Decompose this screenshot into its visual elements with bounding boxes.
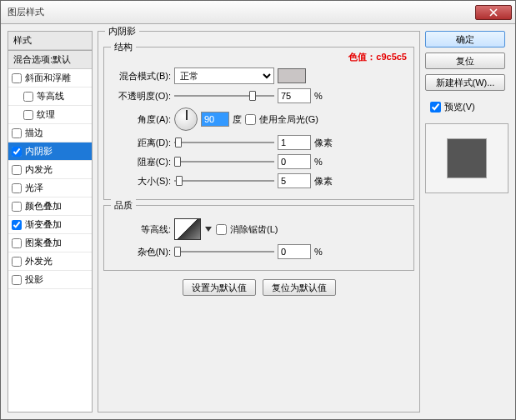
inner-shadow-panel: 内阴影 结构 色值：c9c5c5 混合模式(B): 正常 不透明度 bbox=[98, 31, 420, 412]
contour-dropdown-icon[interactable] bbox=[204, 227, 213, 232]
sidebar-checkbox-8[interactable] bbox=[12, 220, 22, 230]
color-swatch[interactable] bbox=[278, 68, 306, 83]
distance-slider[interactable] bbox=[174, 137, 274, 148]
sidebar-item-label: 等高线 bbox=[37, 90, 64, 102]
sidebar-checkbox-7[interactable] bbox=[12, 202, 22, 212]
main-area: 内阴影 结构 色值：c9c5c5 混合模式(B): 正常 不透明度 bbox=[98, 31, 508, 412]
noise-label: 杂色(N): bbox=[111, 246, 171, 258]
sidebar-item-7[interactable]: 颜色叠加 bbox=[8, 198, 92, 216]
reset-default-button[interactable]: 复位为默认值 bbox=[263, 279, 336, 296]
sidebar-item-3[interactable]: 描边 bbox=[8, 124, 92, 142]
global-light-label: 使用全局光(G) bbox=[259, 113, 318, 126]
sidebar-item-label: 投影 bbox=[25, 273, 43, 286]
close-icon bbox=[489, 8, 498, 17]
opacity-input[interactable] bbox=[278, 88, 311, 103]
opacity-label: 不透明度(O): bbox=[111, 90, 171, 102]
preview-swatch bbox=[447, 138, 487, 178]
color-annotation: 色值：c9c5c5 bbox=[348, 52, 407, 62]
opacity-unit: % bbox=[314, 91, 336, 101]
noise-input[interactable] bbox=[278, 244, 311, 259]
sidebar-checkbox-1[interactable] bbox=[23, 92, 33, 102]
content: 样式 混合选项:默认 斜面和浮雕等高线纹理描边内阴影内发光光泽颜色叠加渐变叠加图… bbox=[1, 24, 515, 419]
angle-input[interactable] bbox=[201, 112, 229, 127]
contour-label: 等高线: bbox=[111, 223, 171, 236]
distance-input[interactable] bbox=[278, 135, 311, 150]
sidebar-item-label: 内阴影 bbox=[25, 145, 53, 158]
sidebar-checkbox-10[interactable] bbox=[12, 257, 22, 267]
antialias-checkbox[interactable] bbox=[216, 224, 227, 235]
contour-swatch[interactable] bbox=[174, 218, 201, 240]
new-style-button[interactable]: 新建样式(W)... bbox=[425, 74, 505, 91]
sidebar-checkbox-11[interactable] bbox=[12, 275, 22, 285]
sidebar-item-label: 颜色叠加 bbox=[25, 200, 62, 212]
titlebar: 图层样式 bbox=[1, 1, 515, 24]
sidebar-heading-blend[interactable]: 混合选项:默认 bbox=[8, 50, 92, 69]
sidebar-item-label: 斜面和浮雕 bbox=[25, 72, 71, 84]
size-label: 大小(S): bbox=[111, 175, 171, 188]
sidebar-checkbox-2[interactable] bbox=[23, 110, 33, 120]
sidebar-item-label: 图案叠加 bbox=[25, 237, 62, 249]
sidebar-item-label: 纹理 bbox=[37, 108, 55, 121]
close-button[interactable] bbox=[475, 5, 512, 20]
sidebar-item-4[interactable]: 内阴影 bbox=[8, 142, 92, 161]
preview-checkbox[interactable] bbox=[430, 102, 441, 112]
quality-fieldset: 品质 等高线: 消除锯齿(L) 杂色(N): % bbox=[103, 205, 414, 271]
sidebar-heading-styles[interactable]: 样式 bbox=[8, 31, 92, 50]
quality-legend: 品质 bbox=[111, 199, 136, 212]
panel-title: 内阴影 bbox=[105, 25, 139, 38]
right-column: 确定 复位 新建样式(W)... 预览(V) bbox=[425, 31, 508, 412]
blend-mode-select[interactable]: 正常 bbox=[174, 68, 274, 84]
sidebar-checkbox-5[interactable] bbox=[12, 165, 22, 175]
size-input[interactable] bbox=[278, 173, 311, 188]
angle-label: 角度(A): bbox=[111, 113, 171, 126]
preview-label: 预览(V) bbox=[444, 101, 475, 113]
size-slider[interactable] bbox=[174, 175, 274, 187]
sidebar-item-9[interactable]: 图案叠加 bbox=[8, 234, 92, 252]
noise-slider[interactable] bbox=[174, 246, 274, 258]
sidebar-item-11[interactable]: 投影 bbox=[8, 271, 92, 289]
window-title: 图层样式 bbox=[8, 6, 475, 18]
sidebar-item-label: 外发光 bbox=[25, 255, 53, 268]
ok-button[interactable]: 确定 bbox=[425, 31, 505, 48]
layer-style-dialog: 图层样式 样式 混合选项:默认 斜面和浮雕等高线纹理描边内阴影内发光光泽颜色叠加… bbox=[0, 0, 516, 420]
size-unit: 像素 bbox=[314, 175, 336, 188]
structure-fieldset: 结构 色值：c9c5c5 混合模式(B): 正常 不透明度(O): bbox=[103, 47, 414, 200]
choke-input[interactable] bbox=[278, 154, 311, 169]
choke-unit: % bbox=[314, 157, 336, 167]
sidebar-item-2[interactable]: 纹理 bbox=[8, 106, 92, 124]
sidebar: 样式 混合选项:默认 斜面和浮雕等高线纹理描边内阴影内发光光泽颜色叠加渐变叠加图… bbox=[8, 31, 93, 412]
choke-slider[interactable] bbox=[174, 156, 274, 168]
sidebar-item-6[interactable]: 光泽 bbox=[8, 179, 92, 198]
antialias-label: 消除锯齿(L) bbox=[230, 223, 278, 236]
sidebar-checkbox-4[interactable] bbox=[12, 147, 22, 157]
sidebar-item-5[interactable]: 内发光 bbox=[8, 161, 92, 179]
sidebar-item-label: 内发光 bbox=[25, 163, 53, 176]
sidebar-item-10[interactable]: 外发光 bbox=[8, 252, 92, 271]
choke-label: 阻塞(C): bbox=[111, 156, 171, 168]
angle-unit: 度 bbox=[233, 113, 242, 126]
reset-button[interactable]: 复位 bbox=[425, 52, 505, 69]
opacity-slider[interactable] bbox=[174, 90, 274, 102]
distance-label: 距离(D): bbox=[111, 137, 171, 149]
sidebar-item-label: 渐变叠加 bbox=[25, 218, 62, 231]
sidebar-item-label: 描边 bbox=[25, 127, 43, 139]
blend-mode-label: 混合模式(B): bbox=[111, 70, 171, 82]
sidebar-checkbox-9[interactable] bbox=[12, 238, 22, 248]
noise-unit: % bbox=[314, 247, 336, 257]
structure-legend: 结构 bbox=[111, 41, 136, 53]
global-light-checkbox[interactable] bbox=[245, 114, 256, 125]
sidebar-checkbox-6[interactable] bbox=[12, 183, 22, 193]
make-default-button[interactable]: 设置为默认值 bbox=[183, 279, 256, 296]
sidebar-item-8[interactable]: 渐变叠加 bbox=[8, 216, 92, 234]
preview-box bbox=[425, 123, 508, 193]
sidebar-item-1[interactable]: 等高线 bbox=[8, 88, 92, 106]
sidebar-item-0[interactable]: 斜面和浮雕 bbox=[8, 69, 92, 88]
distance-unit: 像素 bbox=[314, 137, 336, 149]
angle-dial[interactable] bbox=[174, 108, 198, 131]
sidebar-checkbox-3[interactable] bbox=[12, 128, 22, 138]
sidebar-checkbox-0[interactable] bbox=[12, 73, 22, 83]
sidebar-item-label: 光泽 bbox=[25, 182, 43, 194]
